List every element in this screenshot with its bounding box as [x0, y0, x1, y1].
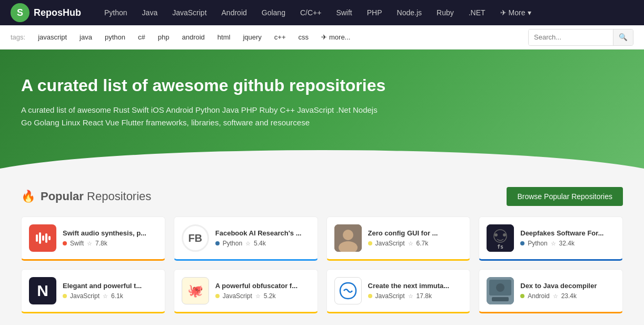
repo-meta-0: Swift ☆ 7.8k: [63, 240, 157, 247]
hero-subtitle: A curated list of awesome Rust Swift iOS…: [21, 104, 390, 129]
tags-label: tags:: [11, 33, 25, 41]
tag-cpp[interactable]: c++: [268, 31, 292, 43]
tag-javascript[interactable]: javascript: [32, 31, 73, 43]
lang-name-2: JavaScript: [375, 240, 405, 247]
svg-rect-1: [39, 232, 41, 244]
svg-point-12: [503, 233, 506, 237]
lang-dot-1: [215, 241, 220, 245]
nav-php[interactable]: PHP: [360, 0, 390, 25]
repo-name-5: A powerful obfuscator f...: [215, 282, 310, 290]
lang-name-6: JavaScript: [375, 292, 405, 300]
repo-name-0: Swift audio synthesis, p...: [63, 229, 157, 237]
lang-name-5: JavaScript: [223, 292, 252, 300]
repo-info-1: Facebook AI Research's ... Python ☆ 5.4k: [215, 229, 310, 247]
lang-dot-6: [368, 294, 372, 298]
svg-rect-2: [42, 235, 44, 241]
tag-html[interactable]: html: [211, 31, 237, 43]
repo-card-3[interactable]: fs Deepfakes Software For... Python ☆ 32…: [479, 216, 623, 261]
nav-javascript[interactable]: JavaScript: [165, 0, 214, 25]
repo-meta-6: JavaScript ☆ 17.8k: [368, 292, 463, 300]
svg-point-6: [343, 230, 353, 240]
hero-banner: A curated list of awesome github reposit…: [0, 50, 644, 171]
fire-icon: 🔥: [21, 190, 35, 203]
repo-name-6: Create the next immuta...: [368, 282, 463, 290]
repo-meta-4: JavaScript ☆ 6.1k: [63, 292, 157, 300]
star-count-0: 7.8k: [95, 240, 107, 247]
star-icon-3: ☆: [551, 240, 556, 247]
search-area: 🔍: [528, 29, 633, 46]
nav-swift[interactable]: Swift: [329, 0, 359, 25]
tag-jquery[interactable]: jquery: [236, 31, 267, 43]
star-count-3: 32.4k: [559, 240, 574, 247]
tags-bar: tags: javascript java python c# php andr…: [0, 25, 644, 50]
nav-nodejs[interactable]: Node.js: [390, 0, 429, 25]
repo-name-1: Facebook AI Research's ...: [215, 229, 310, 237]
nav-java[interactable]: Java: [135, 0, 165, 25]
star-count-6: 17.8k: [417, 292, 432, 300]
lang-name-1: Python: [223, 240, 242, 247]
tag-python[interactable]: python: [98, 31, 132, 43]
repo-card-2[interactable]: Zero config GUI for ... JavaScript ☆ 6.7…: [326, 216, 471, 261]
logo-icon: S: [11, 3, 29, 22]
nav-dotnet[interactable]: .NET: [461, 0, 493, 25]
repo-card-1[interactable]: FB Facebook AI Research's ... Python ☆ 5…: [174, 216, 318, 261]
browse-popular-button[interactable]: Browse Popular Repositories: [507, 187, 623, 206]
star-count-7: 23.4k: [561, 292, 577, 300]
repo-name-2: Zero config GUI for ...: [368, 229, 463, 237]
repo-meta-3: Python ☆ 32.4k: [520, 240, 615, 247]
nav-links: Python Java JavaScript Android Golang C/…: [97, 0, 633, 25]
repo-thumb-4: N: [29, 277, 56, 304]
repo-card-6[interactable]: Create the next immuta... JavaScript ☆ 1…: [326, 269, 471, 313]
nav-more[interactable]: ✈ More ▾: [493, 0, 539, 25]
tag-php[interactable]: php: [152, 31, 176, 43]
svg-rect-4: [48, 236, 51, 240]
repo-name-3: Deepfakes Software For...: [520, 229, 615, 237]
repo-info-5: A powerful obfuscator f... JavaScript ☆ …: [215, 282, 310, 300]
repo-grid-row1: Swift audio synthesis, p... Swift ☆ 7.8k…: [21, 216, 623, 261]
repo-thumb-7: [487, 277, 514, 304]
lang-name-0: Swift: [70, 240, 84, 247]
popular-title-rest: Repositories: [87, 190, 151, 203]
tag-css[interactable]: css: [292, 31, 315, 43]
popular-title-bold: Popular: [41, 190, 84, 203]
svg-rect-16: [492, 297, 509, 301]
logo-link[interactable]: S ReposHub: [11, 3, 81, 22]
tag-more[interactable]: ✈ more...: [315, 31, 356, 43]
repo-meta-5: JavaScript ☆ 5.2k: [215, 292, 310, 300]
lang-name-3: Python: [528, 240, 547, 247]
popular-title: 🔥 Popular Repositories: [21, 190, 151, 203]
star-count-4: 6.1k: [111, 292, 123, 300]
repo-name-4: Elegant and powerful t...: [63, 282, 157, 290]
star-count-1: 5.4k: [254, 240, 266, 247]
star-icon-1: ☆: [245, 240, 251, 247]
repo-grid-row2: N Elegant and powerful t... JavaScript ☆…: [21, 269, 623, 313]
star-icon-4: ☆: [103, 293, 108, 300]
nav-golang[interactable]: Golang: [254, 0, 293, 25]
repo-meta-1: Python ☆ 5.4k: [215, 240, 310, 247]
popular-section: 🔥 Popular Repositories Browse Popular Re…: [0, 171, 644, 325]
repo-card-0[interactable]: Swift audio synthesis, p... Swift ☆ 7.8k: [21, 216, 165, 261]
nav-android[interactable]: Android: [214, 0, 254, 25]
tag-java[interactable]: java: [73, 31, 98, 43]
logo-text: ReposHub: [34, 7, 81, 18]
svg-text:fs: fs: [497, 244, 503, 250]
nav-cpp[interactable]: C/C++: [293, 0, 329, 25]
repo-meta-7: Android ☆ 23.4k: [520, 292, 615, 300]
nav-python[interactable]: Python: [97, 0, 135, 25]
svg-point-11: [494, 233, 498, 237]
tag-csharp[interactable]: c#: [132, 31, 152, 43]
star-icon-7: ☆: [553, 293, 558, 300]
star-icon-2: ☆: [408, 240, 413, 247]
tag-android[interactable]: android: [175, 31, 211, 43]
search-input[interactable]: [529, 29, 613, 45]
search-button[interactable]: 🔍: [613, 29, 633, 45]
lang-name-4: JavaScript: [70, 292, 100, 300]
svg-rect-3: [45, 233, 47, 243]
star-count-5: 5.2k: [264, 292, 276, 300]
repo-card-7[interactable]: Dex to Java decompiler Android ☆ 23.4k: [479, 269, 623, 313]
repo-card-5[interactable]: 🐙 A powerful obfuscator f... JavaScript …: [174, 269, 318, 313]
nav-ruby[interactable]: Ruby: [429, 0, 461, 25]
lang-dot-2: [368, 241, 372, 245]
repo-thumb-5: 🐙: [182, 277, 209, 304]
repo-card-4[interactable]: N Elegant and powerful t... JavaScript ☆…: [21, 269, 165, 313]
